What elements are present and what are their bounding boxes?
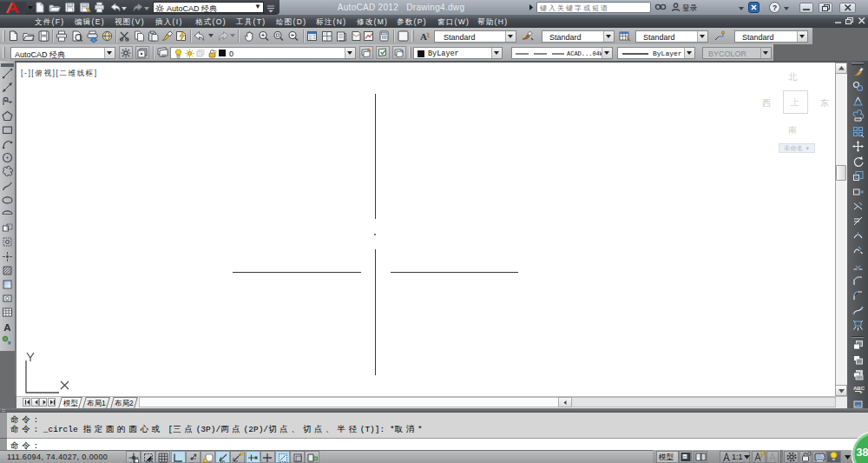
svg-text:38: 38 bbox=[857, 446, 868, 459]
svg-text:ABC: ABC bbox=[853, 386, 865, 391]
svg-text:?: ? bbox=[773, 3, 778, 12]
svg-text:?: ? bbox=[401, 31, 406, 41]
svg-text:A: A bbox=[3, 322, 10, 333]
svg-text:A: A bbox=[420, 31, 427, 42]
